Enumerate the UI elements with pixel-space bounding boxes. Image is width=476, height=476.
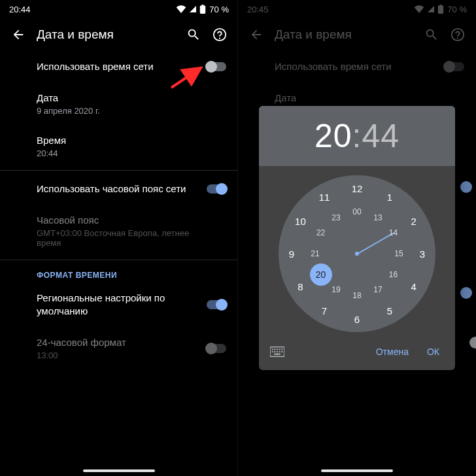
divider	[0, 170, 238, 171]
app-bar: Дата и время	[0, 18, 238, 51]
svg-rect-7	[281, 348, 282, 350]
row-regional-default[interactable]: Региональные настройки по умолчанию	[0, 282, 238, 327]
clock-wrapper: 123456789101112131415161718192021222300	[259, 166, 455, 337]
label: Дата	[37, 92, 199, 105]
hour-14[interactable]: 14	[389, 228, 398, 237]
hour-2[interactable]: 2	[411, 216, 416, 227]
hour-12[interactable]: 12	[352, 183, 363, 194]
svg-rect-5	[277, 348, 278, 350]
label: Использовать часовой пояс сети	[37, 182, 199, 196]
battery-icon	[199, 5, 206, 14]
hour-20-selected[interactable]: 20	[310, 264, 332, 286]
svg-rect-4	[274, 348, 275, 350]
search-button[interactable]	[180, 22, 207, 48]
keyboard-input-button[interactable]	[265, 340, 289, 364]
svg-rect-6	[279, 348, 280, 350]
status-time: 20:44	[9, 5, 31, 14]
clock-face[interactable]: 123456789101112131415161718192021222300	[279, 175, 435, 332]
svg-rect-3	[272, 348, 273, 350]
dialog-actions: Отмена ОК	[259, 337, 455, 370]
time-picker-dialog: 20:44 1234567891011121314151617181920212…	[259, 106, 455, 370]
ok-button[interactable]: ОК	[418, 341, 449, 362]
clock-center	[355, 252, 359, 256]
svg-rect-9	[274, 351, 275, 352]
hour-15[interactable]: 15	[394, 249, 403, 258]
hour-8[interactable]: 8	[298, 281, 303, 292]
row-use-network-tz[interactable]: Использовать часовой пояс сети	[0, 173, 238, 205]
nav-bar[interactable]	[321, 469, 393, 472]
arrow-back-icon	[11, 27, 26, 42]
label: Региональные настройки по умолчанию	[37, 292, 199, 318]
value: GMT+03:00 Восточная Европа, летнее время	[37, 228, 199, 248]
row-time[interactable]: Время 20:44	[0, 125, 238, 167]
value: 20:44	[37, 148, 199, 158]
value: 9 апреля 2020 г.	[37, 106, 199, 116]
hour-19[interactable]: 19	[332, 285, 340, 294]
hour-16[interactable]: 16	[389, 270, 398, 279]
svg-rect-11	[279, 351, 280, 352]
page-title: Дата и время	[31, 27, 180, 42]
dialog-overlay[interactable]: 20:44 1234567891011121314151617181920212…	[238, 0, 476, 476]
hour-11[interactable]: 11	[319, 192, 330, 203]
time-display: 20:44	[314, 117, 400, 155]
hour-00[interactable]: 00	[352, 207, 361, 216]
status-icons: 70 %	[176, 5, 229, 14]
help-button[interactable]	[207, 22, 233, 48]
row-timezone: Часовой пояс GMT+03:00 Восточная Европа,…	[0, 205, 238, 257]
battery-percent: 70 %	[209, 5, 229, 14]
hour-23[interactable]: 23	[332, 213, 340, 222]
hour-10[interactable]: 10	[295, 216, 306, 227]
hour-5[interactable]: 5	[387, 305, 392, 316]
nav-bar[interactable]	[83, 469, 155, 472]
label: 24-часовой формат	[37, 336, 199, 349]
cancel-button[interactable]: Отмена	[367, 341, 418, 362]
svg-rect-12	[281, 351, 282, 352]
keyboard-icon	[270, 347, 284, 357]
settings-list: Использовать время сети Дата 9 апреля 20…	[0, 51, 238, 369]
hour-9[interactable]: 9	[289, 248, 294, 260]
hour-selected[interactable]: 20	[314, 118, 352, 154]
switch-24h-format	[207, 344, 226, 353]
search-icon	[186, 27, 201, 42]
row-24h-format: 24-часовой формат 13:00	[0, 327, 238, 369]
hour-6[interactable]: 6	[354, 314, 360, 325]
label: Часовой пояс	[37, 214, 199, 227]
hour-7[interactable]: 7	[322, 305, 327, 316]
back-button[interactable]	[5, 22, 31, 48]
svg-rect-8	[272, 351, 273, 352]
dialog-header: 20:44	[259, 106, 455, 166]
screen-right: 20:45 70 % Дата и время Использовать вре…	[238, 0, 476, 476]
section-time-format: Формат времени	[0, 263, 238, 282]
svg-line-1	[171, 69, 199, 88]
hour-1[interactable]: 1	[387, 192, 392, 203]
hour-13[interactable]: 13	[373, 213, 382, 222]
switch-use-network-tz[interactable]	[207, 184, 226, 194]
wifi-icon	[176, 5, 186, 13]
annotation-arrow	[167, 65, 207, 92]
status-bar: 20:44 70 %	[0, 0, 238, 18]
value: 13:00	[37, 350, 199, 360]
switch-regional-default[interactable]	[207, 300, 226, 309]
minute-unselected[interactable]: 44	[362, 118, 400, 154]
divider	[0, 260, 238, 260]
hour-3[interactable]: 3	[420, 248, 425, 260]
hour-21[interactable]: 21	[311, 249, 319, 258]
hour-17[interactable]: 17	[373, 285, 382, 294]
help-icon	[212, 27, 227, 42]
hour-4[interactable]: 4	[411, 281, 416, 292]
switch-use-network-time[interactable]	[207, 62, 226, 71]
svg-rect-10	[277, 351, 278, 352]
time-colon: :	[352, 118, 362, 154]
screen-left: 20:44 70 % Дата и время Использовать вре…	[0, 0, 238, 476]
svg-rect-13	[274, 354, 280, 355]
hour-18[interactable]: 18	[352, 291, 361, 300]
signal-icon	[188, 5, 197, 13]
label: Время	[37, 134, 199, 147]
hour-22[interactable]: 22	[316, 228, 325, 237]
